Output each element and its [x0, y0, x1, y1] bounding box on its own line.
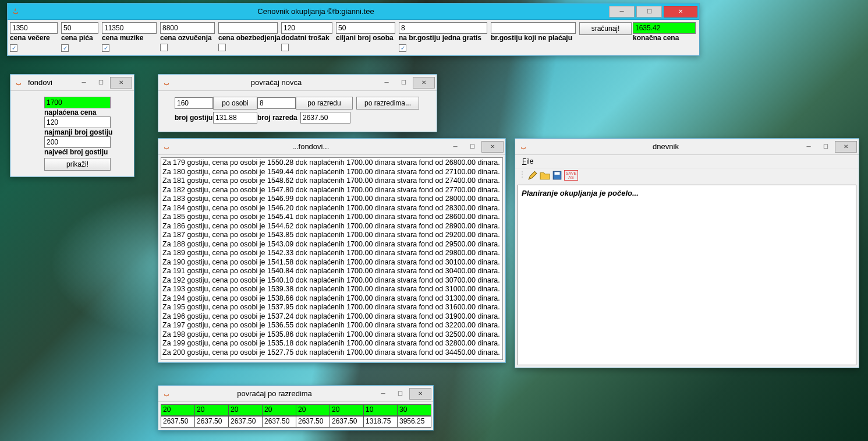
razredi-value-cell[interactable]: 2637.50	[296, 416, 330, 428]
top-input-1[interactable]	[61, 22, 98, 34]
fondovi-line[interactable]: Za 182 gostiju, cena po osobi je 1547.80…	[162, 186, 501, 195]
razredi-header-cell[interactable]: 10	[363, 404, 398, 416]
fondovi-line[interactable]: Za 196 gostiju, cena po osobi je 1537.24…	[162, 312, 501, 322]
top-checkbox-7[interactable]: ✓	[399, 44, 406, 52]
top-label-2: cena muzike	[102, 34, 160, 42]
titlebar-dnevnik[interactable]: dnevnik ─ ☐ ✕	[515, 139, 859, 155]
titlebar-povracaj[interactable]: povraćaj novca ─ ☐ ✕	[158, 75, 437, 91]
fondovi-line[interactable]: Za 199 gostiju, cena po osobi je 1535.18…	[162, 339, 501, 348]
minimize-button[interactable]: ─	[379, 77, 394, 89]
fondovi-line[interactable]: Za 200 gostiju, cena po osobi je 1527.75…	[162, 348, 501, 358]
close-button[interactable]: ✕	[835, 141, 857, 153]
top-input-4[interactable]	[218, 22, 278, 34]
razredi-header-cell[interactable]: 20	[296, 404, 330, 416]
top-checkbox-2[interactable]: ✓	[102, 44, 109, 52]
fondovi-line[interactable]: Za 186 gostiju, cena po osobi je 1544.62…	[162, 222, 501, 231]
maximize-button[interactable]: ☐	[818, 141, 833, 153]
close-button[interactable]: ✕	[413, 77, 435, 89]
razredi-header-cell[interactable]: 20	[262, 404, 296, 416]
top-input-6[interactable]	[336, 22, 395, 34]
razredi-value-cell[interactable]: 2637.50	[330, 416, 364, 428]
top-input-5[interactable]	[281, 22, 332, 34]
razredi-header-cell[interactable]: 20	[228, 404, 263, 416]
editor-content[interactable]: Planiranje okupljanja je počelo...	[518, 185, 856, 365]
close-button[interactable]: ✕	[664, 6, 697, 17]
po-razredima-button[interactable]: po razredima...	[356, 97, 419, 110]
titlebar-fondovi[interactable]: fondovi ─ ☐ ✕	[10, 75, 134, 91]
razredi-header-cell[interactable]: 20	[330, 404, 364, 416]
maximize-button[interactable]: ☐	[93, 77, 108, 89]
fondovi-line[interactable]: Za 184 gostiju, cena po osobi je 1546.20…	[162, 204, 501, 213]
razredi-header-cell[interactable]: 20	[161, 404, 195, 416]
razredi-header-cell[interactable]: 30	[397, 404, 431, 416]
close-button[interactable]: ✕	[110, 77, 132, 89]
fondovi-line[interactable]: Za 195 gostiju, cena po osobi je 1537.95…	[162, 303, 501, 312]
top-checkbox-5[interactable]	[281, 44, 289, 51]
fondovi-200-field[interactable]	[44, 136, 111, 148]
minimize-button[interactable]: ─	[609, 6, 635, 17]
top-input-7[interactable]	[399, 22, 487, 34]
fondovi-line[interactable]: Za 183 gostiju, cena po osobi je 1546.99…	[162, 195, 501, 204]
calc-button[interactable]: sračunaj!	[579, 22, 632, 35]
fondovi-line[interactable]: Za 181 gostiju, cena po osobi je 1548.62…	[162, 177, 501, 186]
menu-file[interactable]: File	[519, 156, 537, 167]
povracaj-263750-field[interactable]	[300, 112, 350, 124]
fondovi-line[interactable]: Za 198 gostiju, cena po osobi je 1535.86…	[162, 330, 501, 340]
titlebar-razredi[interactable]: povraćaj po razredima ─ ☐ ✕	[158, 386, 433, 402]
razredi-value-cell[interactable]: 3956.25	[397, 416, 431, 428]
razredi-value-cell[interactable]: 2637.50	[262, 416, 296, 428]
povracaj-8-field[interactable]	[257, 97, 296, 109]
titlebar-fondovi-list[interactable]: ...fondovi... ─ ☐ ✕	[158, 139, 505, 155]
fondovi-line[interactable]: Za 185 gostiju, cena po osobi je 1545.41…	[162, 213, 501, 222]
top-input-0[interactable]	[10, 22, 58, 34]
po-razredu-button[interactable]: po razredu	[296, 97, 353, 110]
fondovi-120-field[interactable]	[44, 117, 111, 128]
fondovi-line[interactable]: Za 187 gostiju, cena po osobi je 1543.85…	[162, 231, 501, 240]
prikazi-button[interactable]: prikaži!	[44, 158, 111, 171]
result-field[interactable]	[633, 22, 696, 34]
save-as-icon[interactable]: SAVE AS	[564, 170, 578, 181]
close-button[interactable]: ✕	[481, 141, 504, 153]
minimize-button[interactable]: ─	[448, 141, 463, 153]
razredi-value-cell[interactable]: 2637.50	[194, 416, 229, 428]
fondovi-line[interactable]: Za 188 gostiju, cena po osobi je 1543.09…	[162, 240, 501, 249]
razredi-header-cell[interactable]: 20	[194, 404, 229, 416]
close-button[interactable]: ✕	[409, 388, 431, 400]
razredi-value-cell[interactable]: 2637.50	[228, 416, 263, 428]
povracaj-13188-field[interactable]	[213, 112, 257, 124]
razredi-value-cell[interactable]: 2637.50	[161, 416, 195, 428]
fondovi-line[interactable]: Za 180 gostiju, cena po osobi je 1549.44…	[162, 168, 501, 177]
fondovi-line[interactable]: Za 191 gostiju, cena po osobi je 1540.84…	[162, 267, 501, 276]
top-checkbox-3[interactable]	[160, 44, 168, 51]
top-checkbox-4[interactable]	[218, 44, 226, 51]
fondovi-line[interactable]: Za 192 gostiju, cena po osobi je 1540.10…	[162, 276, 501, 285]
top-input-8[interactable]	[491, 22, 576, 34]
fondovi-line[interactable]: Za 193 gostiju, cena po osobi je 1539.38…	[162, 285, 501, 294]
fondovi-line[interactable]: Za 179 gostiju, cena po osobi je 1550.28…	[162, 158, 501, 168]
fondovi-highlight-field[interactable]	[44, 97, 111, 108]
pencil-icon[interactable]	[527, 170, 538, 181]
titlebar-cenovnik[interactable]: Cenovnik okupljanja ©fb:gianni.tee ─ ☐ ✕	[8, 3, 699, 20]
fondovi-line[interactable]: Za 189 gostiju, cena po osobi je 1542.33…	[162, 249, 501, 258]
maximize-button[interactable]: ☐	[392, 388, 408, 400]
top-input-2[interactable]	[102, 22, 157, 34]
maximize-button[interactable]: ☐	[636, 6, 662, 17]
top-input-3[interactable]	[160, 22, 215, 34]
fondovi-line[interactable]: Za 190 gostiju, cena po osobi je 1541.58…	[162, 258, 501, 267]
top-checkbox-1[interactable]: ✓	[61, 44, 69, 52]
po-osobi-button[interactable]: po osobi	[213, 97, 257, 110]
java-icon	[519, 142, 528, 151]
maximize-button[interactable]: ☐	[465, 141, 480, 153]
fondovi-listbox[interactable]: Za 179 gostiju, cena po osobi je 1550.28…	[161, 157, 503, 360]
maximize-button[interactable]: ☐	[396, 77, 411, 89]
razredi-value-cell[interactable]: 1318.75	[363, 416, 398, 428]
save-icon[interactable]	[552, 170, 562, 181]
top-checkbox-0[interactable]: ✓	[10, 44, 17, 52]
folder-icon[interactable]	[540, 170, 550, 181]
povracaj-160-field[interactable]	[175, 97, 213, 109]
fondovi-line[interactable]: Za 194 gostiju, cena po osobi je 1538.66…	[162, 294, 501, 304]
fondovi-line[interactable]: Za 197 gostiju, cena po osobi je 1536.55…	[162, 321, 501, 330]
minimize-button[interactable]: ─	[76, 77, 91, 89]
minimize-button[interactable]: ─	[801, 141, 816, 153]
minimize-button[interactable]: ─	[375, 388, 391, 400]
